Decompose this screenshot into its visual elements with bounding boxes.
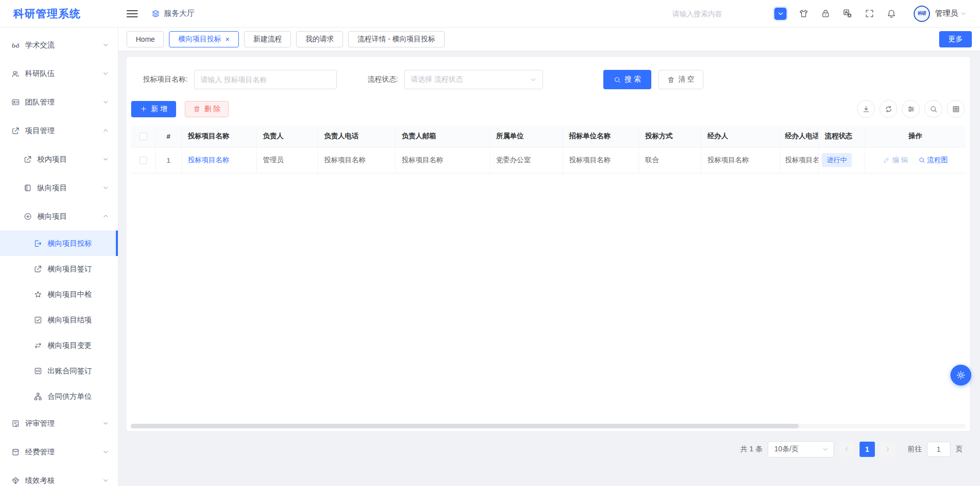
chevron-down-icon [530,76,536,83]
col-unit: 所属单位 [490,125,563,147]
cell-index: 1 [156,147,182,173]
next-page-button[interactable] [880,442,895,457]
sidebar-item-horizontal-closure[interactable]: 横向项目结项 [0,307,118,332]
grid-view-button[interactable] [947,100,965,118]
table-search-button[interactable] [924,100,942,118]
tab-close-icon[interactable]: × [225,35,230,43]
refresh-button[interactable] [879,100,897,118]
current-page-button[interactable]: 1 [860,442,875,457]
sitemap-icon [34,392,42,401]
global-search-input[interactable] [672,10,754,18]
chevron-down-icon [103,449,109,455]
sidebar-item-horizontal-change[interactable]: 横向项目变更 [0,332,118,358]
sidebar-item-funds-management[interactable]: 经费管理 [0,438,118,466]
main-content: Home 横向项目投标 × 新建流程 我的请求 流程详情 - 横向项目投标 更多… [118,28,980,486]
tab-my-requests[interactable]: 我的请求 [296,31,343,47]
fullscreen-icon[interactable] [865,9,874,18]
chevron-down-icon [777,10,784,17]
download-button[interactable] [857,100,875,118]
col-project-name: 投标项目名称 [182,125,257,147]
clear-button[interactable]: 清 空 [658,70,703,89]
chevron-down-icon [103,156,109,162]
glasses-icon [11,41,20,49]
sidebar-item-performance-assessment[interactable]: 绩效考核 [0,466,118,486]
sidebar-item-horizontal-bid[interactable]: 横向项目投标 [0,231,118,256]
col-handler-phone: 经办人电话 [780,125,819,147]
username-label[interactable]: 管理员 [935,9,958,18]
col-bid-unit: 招标单位名称 [563,125,639,147]
delete-button[interactable]: 删 除 [185,101,229,117]
more-button[interactable]: 更多 [939,31,972,47]
chevron-up-icon [103,127,109,134]
tab-home[interactable]: Home [127,31,164,47]
user-menu-chevron-icon[interactable] [960,10,967,17]
tab-new-flow[interactable]: 新建流程 [244,31,291,47]
sidebar-item-team-management[interactable]: 团队管理 [0,88,118,116]
external-link-icon [34,265,42,273]
col-leader: 负责人 [257,125,318,147]
notification-bell-icon[interactable] [887,9,896,18]
cell-handler: 投标项目名称 [701,147,780,173]
table-tools [857,100,965,118]
swap-arrows-icon [34,341,42,350]
download-icon [862,105,870,113]
project-name-input[interactable] [194,70,337,89]
edit-button[interactable]: 编 辑 [883,156,908,165]
cell-unit: 党委办公室 [490,147,563,173]
horizontal-scrollbar-thumb[interactable] [131,424,799,428]
trash-icon [667,76,675,84]
sidebar-item-research-team[interactable]: 科研队伍 [0,59,118,88]
sidebar-item-project-management[interactable]: 项目管理 [0,116,118,145]
cell-project-name-link[interactable]: 投标项目名称 [182,147,257,173]
hamburger-menu-icon[interactable] [127,8,138,19]
cell-leader: 管理员 [257,147,318,173]
theme-icon[interactable] [799,9,808,18]
col-leader-phone: 负责人电话 [318,125,396,147]
flow-status-select[interactable]: 请选择 流程状态 [404,70,543,89]
tab-horizontal-bid[interactable]: 横向项目投标 × [169,31,239,47]
cell-actions: 编 辑 流程图 [865,147,966,173]
column-settings-button[interactable] [902,100,920,118]
breadcrumb-label: 服务大厅 [164,9,194,18]
cell-leader-email: 投标项目名称 [396,147,490,173]
prev-page-button[interactable] [839,442,854,457]
chevron-left-icon [844,446,850,452]
message-toggle-button[interactable] [774,8,787,20]
filter-bar: 投标项目名称: 流程状态: 请选择 流程状态 搜 索 清 空 [127,57,970,100]
top-header: 科研管理系统 服务大厅 科研 管理员 [0,0,980,28]
sidebar-item-vertical-projects[interactable]: 纵向项目 [0,173,118,202]
add-button[interactable]: 新 增 [131,101,176,117]
row-checkbox[interactable] [139,157,147,164]
sidebar-item-horizontal-midcheck[interactable]: 横向项目中检 [0,282,118,307]
sidebar-item-horizontal-signing[interactable]: 横向项目签订 [0,256,118,282]
sidebar-item-contract-suppliers[interactable]: 合同供方单位 [0,383,118,409]
sidebar-item-review-management[interactable]: 评审管理 [0,409,118,438]
goto-page-input[interactable] [927,442,950,457]
avatar[interactable]: 科研 [914,6,930,22]
lock-icon[interactable] [821,9,830,18]
search-button[interactable]: 搜 索 [603,70,651,89]
tab-flow-detail[interactable]: 流程详情 - 横向项目投标 [348,31,444,47]
service-hall-icon [151,9,160,18]
sidebar-item-academic-exchange[interactable]: 学术交流 [0,31,118,59]
select-all-checkbox[interactable] [139,133,147,140]
flow-chart-button[interactable]: 流程图 [918,156,948,165]
chevron-down-icon [822,446,828,452]
sidebar-nav: 学术交流 科研队伍 团队管理 项目管理 校内项目 纵向项目 横向项目 横向项目投… [0,28,118,486]
cell-handler-phone: 投标项目名称 [780,147,819,173]
tab-bar: Home 横向项目投标 × 新建流程 我的请求 流程详情 - 横向项目投标 更多 [118,28,980,51]
chevron-down-icon [103,70,109,76]
sidebar-item-outgoing-contract-signing[interactable]: 出账合同签订 [0,358,118,383]
wallet-icon [11,448,20,456]
settings-fab-button[interactable] [950,365,971,386]
contract-transfer-icon [34,367,42,375]
breadcrumb[interactable]: 服务大厅 [151,9,194,18]
sidebar-item-campus-projects[interactable]: 校内项目 [0,145,118,173]
sidebar-item-horizontal-projects[interactable]: 横向项目 [0,202,118,231]
page-size-select[interactable]: 10条/页 [768,441,834,457]
cell-bid-unit: 投标项目名称 [563,147,639,173]
language-icon[interactable] [843,9,852,18]
col-handler: 经办人 [701,125,780,147]
table-header-row: # 投标项目名称 负责人 负责人电话 负责人邮箱 所属单位 招标单位名称 投标方… [131,125,966,147]
table-row: 1 投标项目名称 管理员 投标项目名称 投标项目名称 党委办公室 投标项目名称 … [131,147,966,173]
